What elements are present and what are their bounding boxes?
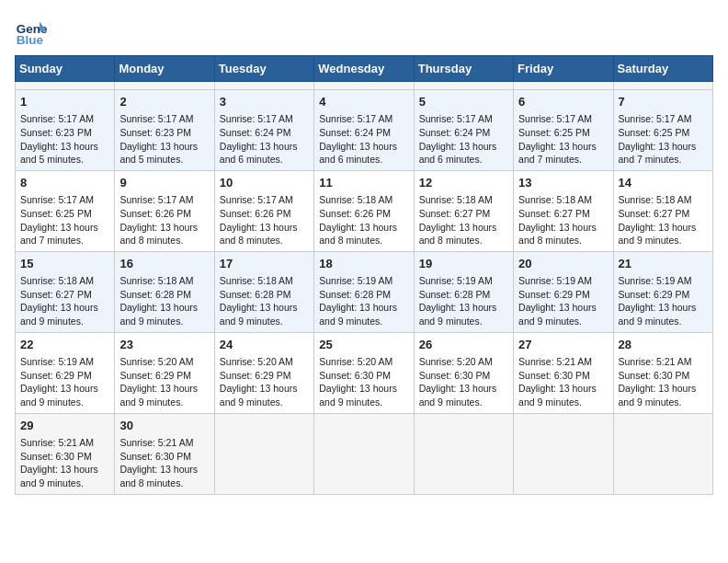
- day-number: 17: [220, 256, 309, 272]
- sunset-text: Sunset: 6:29 PM: [619, 289, 690, 300]
- calendar-cell: 3Sunrise: 5:17 AMSunset: 6:24 PMDaylight…: [214, 90, 313, 171]
- sunrise-text: Sunrise: 5:20 AM: [220, 356, 293, 367]
- sunrise-text: Sunrise: 5:17 AM: [518, 113, 592, 124]
- calendar-cell: 4Sunrise: 5:17 AMSunset: 6:24 PMDaylight…: [314, 90, 414, 171]
- calendar-cell: 15Sunrise: 5:18 AMSunset: 6:27 PMDayligh…: [16, 251, 115, 332]
- daylight-text: Daylight: 13 hours and 9 minutes.: [119, 383, 198, 408]
- col-header-thursday: Thursday: [414, 56, 513, 82]
- sunset-text: Sunset: 6:30 PM: [518, 370, 590, 381]
- sunrise-text: Sunrise: 5:18 AM: [220, 275, 293, 286]
- sunrise-text: Sunrise: 5:20 AM: [419, 356, 493, 367]
- sunrise-text: Sunrise: 5:20 AM: [119, 356, 193, 367]
- sunrise-text: Sunrise: 5:17 AM: [119, 194, 193, 205]
- daylight-text: Daylight: 13 hours and 9 minutes.: [419, 383, 497, 408]
- col-header-monday: Monday: [115, 56, 214, 82]
- calendar-cell: [613, 413, 712, 494]
- calendar-row-3: 15Sunrise: 5:18 AMSunset: 6:27 PMDayligh…: [16, 251, 713, 332]
- page-header: General Blue: [15, 15, 713, 48]
- sunset-text: Sunset: 6:30 PM: [119, 451, 191, 462]
- sunrise-text: Sunrise: 5:17 AM: [119, 113, 193, 124]
- sunset-text: Sunset: 6:30 PM: [20, 451, 92, 462]
- calendar-cell: 9Sunrise: 5:17 AMSunset: 6:26 PMDaylight…: [115, 170, 214, 251]
- daylight-text: Daylight: 13 hours and 8 minutes.: [220, 222, 298, 247]
- sunrise-text: Sunrise: 5:17 AM: [220, 194, 293, 205]
- sunrise-text: Sunrise: 5:17 AM: [20, 194, 94, 205]
- sunset-text: Sunset: 6:27 PM: [619, 208, 690, 219]
- sunset-text: Sunset: 6:30 PM: [619, 370, 690, 381]
- col-header-sunday: Sunday: [16, 56, 115, 82]
- daylight-text: Daylight: 13 hours and 5 minutes.: [20, 141, 98, 166]
- daylight-text: Daylight: 13 hours and 9 minutes.: [20, 383, 98, 408]
- sunset-text: Sunset: 6:26 PM: [319, 208, 391, 219]
- sunset-text: Sunset: 6:29 PM: [518, 289, 590, 300]
- daylight-text: Daylight: 13 hours and 9 minutes.: [319, 383, 397, 408]
- day-number: 26: [419, 337, 508, 353]
- sunrise-text: Sunrise: 5:17 AM: [319, 113, 392, 124]
- col-header-friday: Friday: [514, 56, 613, 82]
- calendar-table: SundayMondayTuesdayWednesdayThursdayFrid…: [15, 55, 713, 495]
- day-number: 4: [319, 94, 408, 110]
- sunset-text: Sunset: 6:28 PM: [220, 289, 291, 300]
- sunrise-text: Sunrise: 5:18 AM: [619, 194, 692, 205]
- daylight-text: Daylight: 13 hours and 6 minutes.: [319, 141, 397, 166]
- day-number: 16: [119, 256, 209, 272]
- sunset-text: Sunset: 6:28 PM: [119, 289, 191, 300]
- calendar-cell: 22Sunrise: 5:19 AMSunset: 6:29 PMDayligh…: [16, 332, 115, 413]
- daylight-text: Daylight: 13 hours and 6 minutes.: [419, 141, 497, 166]
- day-number: 18: [319, 256, 408, 272]
- sunrise-text: Sunrise: 5:18 AM: [518, 194, 592, 205]
- day-number: 28: [619, 337, 708, 353]
- sunset-text: Sunset: 6:26 PM: [220, 208, 291, 219]
- calendar-cell: 26Sunrise: 5:20 AMSunset: 6:30 PMDayligh…: [414, 332, 513, 413]
- sunset-text: Sunset: 6:27 PM: [20, 289, 92, 300]
- sunrise-text: Sunrise: 5:19 AM: [319, 275, 392, 286]
- daylight-text: Daylight: 13 hours and 9 minutes.: [518, 302, 597, 327]
- day-number: 13: [518, 175, 608, 191]
- calendar-cell: [314, 413, 414, 494]
- calendar-cell: 20Sunrise: 5:19 AMSunset: 6:29 PMDayligh…: [514, 251, 613, 332]
- calendar-cell: 16Sunrise: 5:18 AMSunset: 6:28 PMDayligh…: [115, 251, 214, 332]
- calendar-cell: 17Sunrise: 5:18 AMSunset: 6:28 PMDayligh…: [214, 251, 313, 332]
- logo: General Blue: [15, 15, 51, 48]
- calendar-cell: 25Sunrise: 5:20 AMSunset: 6:30 PMDayligh…: [314, 332, 414, 413]
- calendar-cell: 28Sunrise: 5:21 AMSunset: 6:30 PMDayligh…: [613, 332, 712, 413]
- calendar-cell: [214, 413, 313, 494]
- daylight-text: Daylight: 13 hours and 9 minutes.: [20, 464, 98, 488]
- daylight-text: Daylight: 13 hours and 9 minutes.: [20, 302, 98, 327]
- calendar-cell: 11Sunrise: 5:18 AMSunset: 6:26 PMDayligh…: [314, 170, 414, 251]
- sunrise-text: Sunrise: 5:17 AM: [419, 113, 493, 124]
- daylight-text: Daylight: 13 hours and 9 minutes.: [619, 383, 697, 408]
- calendar-cell: [613, 82, 712, 90]
- sunset-text: Sunset: 6:24 PM: [419, 127, 491, 138]
- calendar-cell: 24Sunrise: 5:20 AMSunset: 6:29 PMDayligh…: [214, 332, 313, 413]
- sunrise-text: Sunrise: 5:19 AM: [20, 356, 94, 367]
- sunset-text: Sunset: 6:25 PM: [518, 127, 590, 138]
- sunrise-text: Sunrise: 5:21 AM: [619, 356, 692, 367]
- col-header-saturday: Saturday: [613, 56, 712, 82]
- calendar-cell: 19Sunrise: 5:19 AMSunset: 6:28 PMDayligh…: [414, 251, 513, 332]
- day-number: 6: [518, 94, 608, 110]
- day-number: 27: [518, 337, 608, 353]
- sunrise-text: Sunrise: 5:21 AM: [119, 437, 193, 448]
- day-number: 19: [419, 256, 508, 272]
- day-number: 21: [619, 256, 708, 272]
- sunset-text: Sunset: 6:27 PM: [518, 208, 590, 219]
- day-number: 10: [220, 175, 309, 191]
- day-number: 1: [20, 94, 109, 110]
- daylight-text: Daylight: 13 hours and 8 minutes.: [518, 222, 597, 247]
- sunset-text: Sunset: 6:28 PM: [319, 289, 391, 300]
- sunrise-text: Sunrise: 5:18 AM: [319, 194, 392, 205]
- sunset-text: Sunset: 6:29 PM: [20, 370, 92, 381]
- day-number: 8: [20, 175, 109, 191]
- calendar-row-4: 22Sunrise: 5:19 AMSunset: 6:29 PMDayligh…: [16, 332, 713, 413]
- calendar-cell: 13Sunrise: 5:18 AMSunset: 6:27 PMDayligh…: [514, 170, 613, 251]
- calendar-cell: 10Sunrise: 5:17 AMSunset: 6:26 PMDayligh…: [214, 170, 313, 251]
- sunset-text: Sunset: 6:23 PM: [20, 127, 92, 138]
- calendar-cell: 8Sunrise: 5:17 AMSunset: 6:25 PMDaylight…: [16, 170, 115, 251]
- day-number: 3: [220, 94, 309, 110]
- svg-text:Blue: Blue: [17, 33, 44, 47]
- calendar-cell: 18Sunrise: 5:19 AMSunset: 6:28 PMDayligh…: [314, 251, 414, 332]
- daylight-text: Daylight: 13 hours and 9 minutes.: [419, 302, 497, 327]
- day-number: 24: [220, 337, 309, 353]
- day-number: 14: [619, 175, 708, 191]
